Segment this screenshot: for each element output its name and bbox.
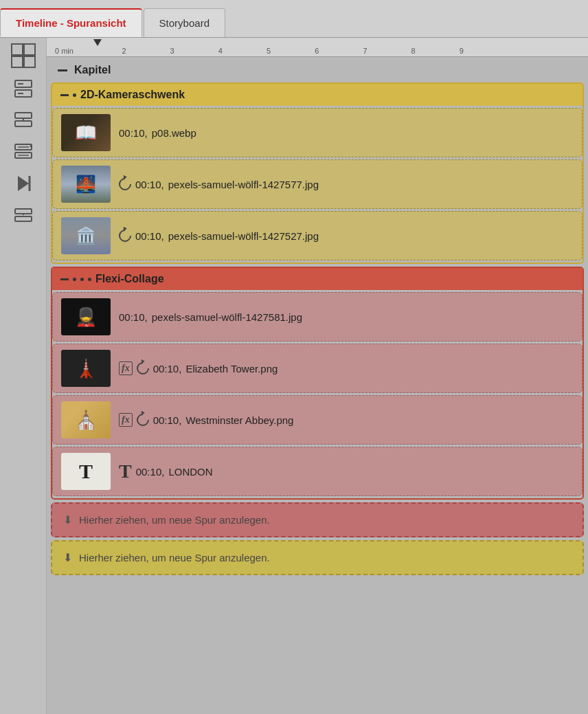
track-filename-westminster: Westminster Abbey.png bbox=[185, 414, 293, 426]
track-thumb-london: T bbox=[61, 453, 111, 490]
ruler-start-label: 0 min bbox=[55, 47, 74, 55]
drop-zone-yellow-label: Hierher ziehen, um neue Spur anzulegen. bbox=[79, 552, 270, 564]
track-time-1427527: 00:10, bbox=[135, 230, 164, 242]
fx-icon-westminster: fx bbox=[119, 413, 133, 427]
drop-arrow-red: ⬇ bbox=[63, 513, 72, 526]
track-thumb-1427577 bbox=[61, 166, 111, 203]
section-header-flexi-collage[interactable]: Flexi-Collage bbox=[52, 268, 583, 290]
section-dot-red-2 bbox=[80, 278, 84, 281]
track-thumb-p08 bbox=[61, 114, 111, 151]
chapter-header: Kapitel bbox=[51, 60, 584, 80]
svg-rect-9 bbox=[15, 121, 32, 126]
ruler-mark-8: 8 bbox=[411, 47, 416, 55]
track-filename-1427581: pexels-samuel-wölfl-1427581.jpg bbox=[152, 311, 302, 323]
track-filename-london: LONDON bbox=[168, 466, 212, 478]
section-dot-red-3 bbox=[88, 278, 91, 281]
ruler-mark-6: 6 bbox=[315, 47, 319, 55]
section-label-2d-kameraschwenk: 2D-Kameraschwenk bbox=[80, 89, 185, 101]
track-time-london: 00:10, bbox=[136, 466, 165, 478]
track-time-1427577: 00:10, bbox=[135, 179, 164, 190]
section-label-flexi-collage: Flexi-Collage bbox=[95, 273, 164, 285]
ruler-mark-2: 2 bbox=[122, 47, 126, 55]
loop-icon-1427577 bbox=[116, 175, 133, 192]
track-filename-1427577: pexels-samuel-wölfl-1427577.jpg bbox=[168, 179, 319, 190]
tab-timeline[interactable]: Timeline - Spuransicht bbox=[0, 8, 142, 37]
svg-rect-19 bbox=[15, 216, 32, 221]
track-thumb-1427581 bbox=[61, 298, 111, 335]
section-dot-red-1 bbox=[73, 278, 76, 281]
section-dash-red bbox=[60, 278, 69, 280]
section-dot bbox=[73, 93, 76, 97]
add-track-button[interactable] bbox=[8, 75, 38, 102]
track-time-westminster: 00:10, bbox=[153, 414, 182, 426]
track-item-1427527[interactable]: 00:10, pexels-samuel-wölfl-1427527.jpg bbox=[52, 211, 583, 260]
chapter-dash bbox=[58, 69, 67, 71]
track-time-elizabeth: 00:10, bbox=[153, 363, 182, 375]
track-time-p08: 00:10, bbox=[119, 127, 148, 139]
track-thumb-westminster bbox=[61, 401, 111, 438]
track-info-elizabeth: fx 00:10, Elizabeth Tower.png bbox=[119, 361, 574, 375]
track-list: Kapitel 2D-Kameraschwenk 00:10, p08.webp bbox=[47, 57, 588, 714]
track-info-1427581: 00:10, pexels-samuel-wölfl-1427581.jpg bbox=[119, 311, 574, 323]
trim-button[interactable] bbox=[8, 201, 38, 229]
svg-rect-0 bbox=[12, 44, 23, 55]
ruler-mark-5: 5 bbox=[267, 47, 271, 55]
section-flexi-collage: Flexi-Collage 00:10, pexels-samuel-wölfl… bbox=[51, 267, 584, 500]
track-filename-1427527: pexels-samuel-wölfl-1427527.jpg bbox=[168, 230, 319, 242]
text-icon-london: T bbox=[119, 460, 132, 482]
loop-icon-elizabeth bbox=[134, 359, 151, 377]
playhead-icon-area bbox=[8, 41, 38, 71]
ruler-marks: 0 min 2 3 4 5 6 7 8 9 bbox=[52, 38, 588, 56]
svg-rect-1 bbox=[24, 44, 35, 55]
track-info-p08: 00:10, p08.webp bbox=[119, 127, 574, 139]
ruler-mark-9: 9 bbox=[460, 47, 464, 55]
ruler: 0 min 2 3 4 5 6 7 8 9 bbox=[47, 38, 588, 57]
track-item-westminster[interactable]: fx 00:10, Westminster Abbey.png bbox=[52, 395, 583, 445]
loop-icon-westminster bbox=[134, 411, 151, 428]
svg-rect-3 bbox=[24, 56, 35, 67]
svg-rect-8 bbox=[15, 113, 32, 118]
svg-rect-18 bbox=[15, 209, 32, 214]
track-info-1427577: 00:10, pexels-samuel-wölfl-1427577.jpg bbox=[119, 178, 574, 190]
drop-zone-yellow[interactable]: ⬇ Hierher ziehen, um neue Spur anzulegen… bbox=[51, 540, 584, 575]
loop-icon-1427527 bbox=[116, 227, 133, 244]
track-info-1427527: 00:10, pexels-samuel-wölfl-1427527.jpg bbox=[119, 230, 574, 242]
fx-icon-elizabeth: fx bbox=[119, 361, 133, 375]
ruler-mark-3: 3 bbox=[170, 47, 174, 55]
chapter-label: Kapitel bbox=[74, 64, 111, 76]
drop-arrow-yellow: ⬇ bbox=[63, 551, 72, 564]
track-filename-p08: p08.webp bbox=[152, 127, 196, 139]
track-item-london[interactable]: T T 00:10, LONDON bbox=[52, 447, 583, 496]
track-thumb-1427527 bbox=[61, 217, 111, 254]
main-container: 0 min 2 3 4 5 6 7 8 9 Kapitel bbox=[0, 38, 588, 714]
track-time-1427581: 00:10, bbox=[119, 311, 148, 323]
track-item-elizabeth[interactable]: fx 00:10, Elizabeth Tower.png bbox=[52, 344, 583, 393]
track-info-london: T 00:10, LONDON bbox=[119, 460, 574, 482]
track-thumb-elizabeth bbox=[61, 350, 111, 387]
link-tracks-button[interactable] bbox=[8, 107, 38, 134]
track-item-1427577[interactable]: 00:10, pexels-samuel-wölfl-1427577.jpg bbox=[52, 159, 583, 209]
section-dash bbox=[60, 94, 69, 96]
left-toolbar bbox=[0, 38, 47, 714]
ruler-mark-7: 7 bbox=[363, 47, 367, 55]
tab-storyboard[interactable]: Storyboard bbox=[144, 8, 225, 37]
section-header-2d-kameraschwenk[interactable]: 2D-Kameraschwenk bbox=[52, 84, 583, 106]
ruler-mark-4: 4 bbox=[218, 47, 223, 55]
play-button[interactable] bbox=[8, 170, 38, 197]
section-2d-kameraschwenk: 2D-Kameraschwenk 00:10, p08.webp 00:10, bbox=[51, 82, 584, 264]
track-item-1427581[interactable]: 00:10, pexels-samuel-wölfl-1427581.jpg bbox=[52, 292, 583, 342]
track-filename-elizabeth: Elizabeth Tower.png bbox=[185, 363, 278, 375]
timeline-icon bbox=[10, 43, 36, 69]
tab-bar: Timeline - Spuransicht Storyboard bbox=[0, 0, 588, 38]
track-item-p08[interactable]: 00:10, p08.webp bbox=[52, 108, 583, 157]
playhead-indicator bbox=[93, 38, 102, 56]
track-info-westminster: fx 00:10, Westminster Abbey.png bbox=[119, 413, 574, 427]
drop-zone-red-label: Hierher ziehen, um neue Spur anzulegen. bbox=[79, 514, 270, 526]
drop-zone-red[interactable]: ⬇ Hierher ziehen, um neue Spur anzulegen… bbox=[51, 502, 584, 537]
svg-rect-2 bbox=[12, 56, 23, 67]
content-area: 0 min 2 3 4 5 6 7 8 9 Kapitel bbox=[47, 38, 588, 714]
filter-button[interactable] bbox=[8, 138, 38, 166]
svg-marker-16 bbox=[18, 176, 29, 191]
